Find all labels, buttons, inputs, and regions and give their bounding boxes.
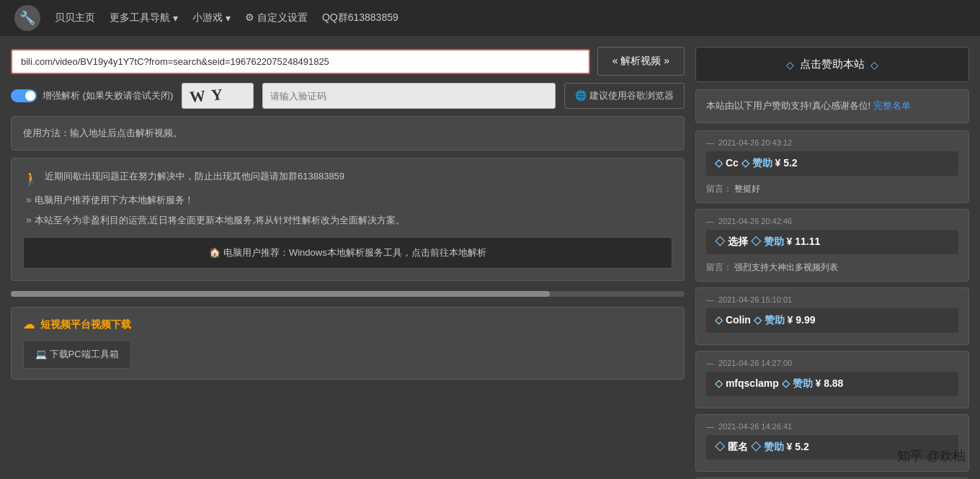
donation-date: 2021-04-26 15:10:01 [706,295,958,304]
usage-box: 使用方法：输入地址后点击解析视频。 [11,116,685,151]
short-video-title: ☁ 短视频平台视频下载 [23,318,672,331]
donation-main: ◇ 选择 ◇ 赞助 ¥ 11.11 [706,230,958,254]
captcha-input[interactable] [262,83,556,109]
diamond-icon: ◇ [715,157,723,169]
note-text: 强烈支持大神出多视频列表 [734,262,838,272]
donation-main: ◇ 匿名 ◇ 赞助 ¥ 5.2 [706,435,958,460]
donation-entry: 2021-04-26 20:42:46 ◇ 选择 ◇ 赞助 ¥ 11.11 留言… [695,209,969,282]
donation-entry: 2021-04-26 14:26:41 ◇ 匿名 ◇ 赞助 ¥ 5.2 [695,414,969,472]
person-icon: 🚶 [23,171,39,187]
donation-main: ◇ mfqsclamp ◇ 赞助 ¥ 8.88 [706,372,958,396]
suggest-browser-button[interactable]: 🌐 建议使用谷歌浏览器 [564,83,685,109]
topnav: 🔧 贝贝主页 更多工具导航 ▾ 小游戏 ▾ ⚙ 自定义设置 QQ群6138838… [0,0,980,36]
nav-home[interactable]: 贝贝主页 [55,12,95,24]
nav-games[interactable]: 小游戏 ▾ [192,12,231,24]
diamond-icon: ◇ [715,236,725,247]
donation-list: 2021-04-26 20:43:12 ◇ Cc ◇ 赞助 ¥ 5.2 留言： … [695,130,969,479]
right-panel: ◇ 点击赞助本站 ◇ 本站由以下用户赞助支持!真心感谢各位! 完整名单 2021… [695,47,969,479]
diamond-icon2: ◇ 赞助 [751,236,787,247]
donation-date: 2021-04-26 14:27:00 [706,359,958,367]
notice-bullet-1: 电脑用户推荐使用下方本地解析服务！ [23,194,672,207]
donor-name: 匿名 [728,441,748,452]
supporters-box: 本站由以下用户赞助支持!真心感谢各位! 完整名单 [695,89,969,123]
donation-entry: 2021-04-26 14:27:00 ◇ mfqsclamp ◇ 赞助 ¥ 8… [695,351,969,408]
diamond-icon2: ◇ 赞助 [754,314,788,326]
toggle-label: 增强解析 (如果失败请尝试关闭) [43,89,173,102]
usage-text: 使用方法：输入地址后点击解析视频。 [23,127,182,138]
parse-button[interactable]: « 解析视频 » [597,47,685,76]
diamond-icon: ◇ [715,314,723,326]
download-pc-button[interactable]: 💻 下载PC端工具箱 [23,340,131,369]
full-list-link[interactable]: 完整名单 [873,100,911,111]
donation-date: 2021-04-26 20:42:46 [706,217,958,225]
donation-amount: ¥ 11.11 [787,236,821,247]
supporters-text: 本站由以下用户赞助支持!真心感谢各位! [706,100,870,111]
bullet-text-2: 本站至今为非盈利目的运营,近日将全面更新本地服务,将从针对性解析改为全面解决方案… [35,214,405,227]
scroll-area[interactable] [11,291,685,297]
diamond-icon: ◇ [715,377,723,389]
donation-amount: ¥ 9.99 [788,314,816,326]
note-text: 整挺好 [734,184,760,194]
left-panel: bili.com/video/BV19y4y1Y7tC?from=search&… [11,47,685,479]
donate-button[interactable]: ◇ 点击赞助本站 ◇ [695,47,969,82]
short-video-section: ☁ 短视频平台视频下载 💻 下载PC端工具箱 [11,307,685,380]
nav-qq[interactable]: QQ群613883859 [322,12,398,24]
donation-entry: 2021-04-26 20:43:12 ◇ Cc ◇ 赞助 ¥ 5.2 留言： … [695,130,969,203]
donation-amount: ¥ 5.2 [787,441,809,452]
donor-name: mfqsclamp [726,377,779,389]
donation-note: 留言： 整挺好 [706,180,958,195]
donate-label: 点击赞助本站 [800,58,865,71]
donor-name: Cc [726,157,739,169]
notice-main-line: 🚶 近期间歇出现问题正在努力解决中，防止出现其他问题请加群613883859 [23,170,672,187]
logo-icon[interactable]: 🔧 [14,5,40,31]
url-row: bili.com/video/BV19y4y1Y7tC?from=search&… [11,47,685,76]
diamond-right-icon: ◇ [870,59,878,71]
captcha-text: W Y [189,85,225,107]
donation-note: 留言： 强烈支持大神出多视频列表 [706,259,958,274]
captcha-image: W Y [182,83,254,109]
chevron-down-icon: ▾ [226,12,231,24]
main-layout: bili.com/video/BV19y4y1Y7tC?from=search&… [0,36,980,479]
donation-amount: ¥ 5.2 [775,157,797,169]
bullet-text-1: 电脑用户推荐使用下方本地解析服务！ [35,194,194,207]
options-row: 增强解析 (如果失败请尝试关闭) W Y 🌐 建议使用谷歌浏览器 [11,83,685,109]
diamond-icon2: ◇ 赞助 [782,377,816,389]
donation-amount: ¥ 8.88 [815,377,843,389]
notice-box: 🚶 近期间歇出现问题正在努力解决中，防止出现其他问题请加群613883859 电… [11,158,685,281]
toggle-wrap: 增强解析 (如果失败请尝试关闭) [11,89,173,102]
url-input[interactable]: bili.com/video/BV19y4y1Y7tC?from=search&… [11,49,590,74]
donation-main: ◇ Colin ◇ 赞助 ¥ 9.99 [706,308,958,333]
local-parse-button[interactable]: 🏠 电脑用户推荐：Windows本地解析服务工具，点击前往本地解析 [23,237,672,269]
donor-name: Colin [726,314,751,326]
scroll-thumb [11,291,550,297]
donation-date: 2021-04-26 14:26:41 [706,422,958,431]
enhance-toggle[interactable] [11,89,37,102]
donor-name: 选择 [728,236,748,247]
nav-tools[interactable]: 更多工具导航 ▾ [110,12,178,24]
donation-date: 2021-04-26 20:43:12 [706,138,958,147]
donation-main: ◇ Cc ◇ 赞助 ¥ 5.2 [706,151,958,176]
nav-settings[interactable]: ⚙ 自定义设置 [245,12,308,24]
diamond-left-icon: ◇ [786,59,794,71]
diamond-icon2: ◇ 赞助 [751,441,787,452]
chevron-down-icon: ▾ [173,12,178,24]
notice-bullet-2: 本站至今为非盈利目的运营,近日将全面更新本地服务,将从针对性解析改为全面解决方案… [23,214,672,227]
diamond-icon2: ◇ 赞助 [741,157,775,169]
notice-main-text: 近期间歇出现问题正在努力解决中，防止出现其他问题请加群613883859 [45,170,344,183]
donation-entry: 2021-04-26 15:10:01 ◇ Colin ◇ 赞助 ¥ 9.99 [695,287,969,345]
diamond-icon: ◇ [715,441,725,452]
cloud-icon: ☁ [23,318,35,331]
